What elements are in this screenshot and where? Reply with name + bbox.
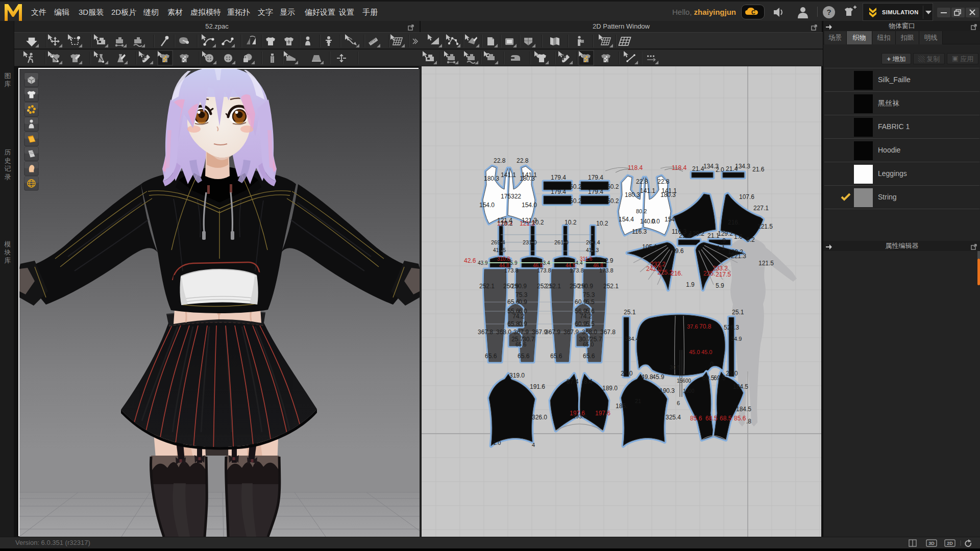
svg-text:41​9.3: 41​9.3 [586,247,599,253]
svg-text:190.3: 190.3 [659,387,675,394]
svg-text:368.0: 368.0 [496,329,511,336]
svg-text:22.8: 22.8 [517,157,529,164]
svg-text:367.9: 367.9 [545,329,560,336]
svg-text:70.8: 70.8 [699,323,712,330]
svg-text:1​000: 1​000 [683,388,695,394]
svg-text:65.8: 65.8 [507,320,520,328]
svg-text:3​19.0: 3​19.0 [509,372,525,379]
svg-text:191.6: 191.6 [530,383,545,390]
svg-text:269.4: 269.4 [586,239,600,245]
svg-text:180.3: 180.3 [625,191,640,198]
svg-text:179.4: 179.4 [551,188,566,195]
svg-text:225.: 225. [703,270,715,277]
svg-text:173.8: 173.8 [537,267,551,273]
svg-text:1.1: 1.1 [717,244,725,252]
svg-text:250.9: 250.9 [511,283,527,290]
svg-text:.9: .9 [721,237,726,244]
svg-text:121.5: 121.5 [758,260,774,267]
svg-text:30.5: 30.5 [670,364,680,370]
svg-text:179.4: 179.4 [588,188,603,195]
svg-text:1​80.3: 1​80.3 [660,191,676,198]
svg-text:118.4: 118.4 [672,164,687,171]
svg-text:22.8: 22.8 [636,178,648,185]
svg-text:75.3: 75.3 [583,291,595,298]
svg-text:25.1: 25.1 [732,309,744,316]
svg-text:8​.4: 8​.4 [584,378,593,385]
svg-text:4​15.5: 4​15.5 [493,247,506,253]
svg-text:217.5: 217.5 [716,271,731,278]
svg-text:367.9: 367.9 [564,329,579,336]
svg-text:141.1: 141.1 [501,171,516,179]
svg-text:.8: .8 [746,418,751,425]
svg-text:184.5: 184.5 [736,406,751,413]
svg-text:10.2: 10.2 [501,220,513,227]
svg-text:10.2: 10.2 [532,219,544,226]
svg-text:184.5: 184.5 [733,383,748,390]
svg-text:368.0: 368.0 [582,329,597,336]
svg-text:154.0: 154.0 [522,202,537,209]
svg-text:185.: 185. [616,403,627,410]
svg-text:173.8: 173.8 [570,267,584,273]
svg-text:1.0: 1.0 [493,440,501,446]
svg-text:87.4: 87.4 [567,378,579,385]
svg-text:50.2: 50.2 [570,183,582,190]
svg-text:154.4: 154.4 [619,216,634,223]
svg-text:45.0: 45.0 [689,349,700,355]
svg-text:65.6: 65.6 [550,353,562,360]
svg-text:42.6: 42.6 [464,257,476,264]
svg-text:2​1: 2​1 [635,398,641,404]
svg-text:118.4: 118.4 [628,164,643,171]
svg-text:50.2: 50.2 [607,197,619,205]
svg-text:367.9: 367.9 [513,329,529,336]
svg-text:49.8: 49.8 [641,373,653,381]
svg-text:34.9: 34.9 [731,336,742,342]
svg-text:216.: 216. [728,219,740,226]
svg-text:25.0: 25.0 [726,370,738,377]
svg-text:69.5: 69.5 [702,374,715,382]
svg-text:25.1: 25.1 [624,309,636,316]
svg-text:2​16.: 2​16. [671,270,682,277]
svg-text:0.9: 0.9 [519,298,527,306]
svg-text:74.2: 74.2 [580,313,592,320]
svg-text:0.0: 0.0 [651,218,660,225]
svg-text:22.8: 22.8 [657,178,670,185]
svg-text:2​61.0: 2​61.0 [554,239,569,245]
svg-text:173.8: 173.8 [504,267,519,273]
svg-text:129.2: 129.2 [718,230,733,237]
svg-text:50.2: 50.2 [607,183,619,190]
svg-text:60.9: 60.9 [575,298,587,306]
svg-text:60.9: 60.9 [575,320,587,328]
svg-text:180.3: 180.3 [484,175,499,182]
svg-text:179.4: 179.4 [588,174,603,181]
svg-text:42.9: 42.9 [601,257,614,264]
svg-text:22.8: 22.8 [494,157,506,164]
svg-text:45.9: 45.9 [652,373,665,381]
svg-text:526.3: 526.3 [724,324,739,331]
svg-text:197.6: 197.6 [595,410,610,417]
svg-text:367.8: 367.8 [478,329,493,336]
svg-text:3​34.4: 3​34.4 [625,336,639,342]
svg-text:5.5: 5.5 [586,320,595,328]
svg-text:65.6: 65.6 [507,298,520,306]
svg-text:65.6: 65.6 [516,341,526,347]
svg-text:2.0: 2.0 [716,166,724,173]
svg-text:85.6: 85.6 [690,415,702,422]
svg-text:252.1: 252.1 [479,283,495,290]
svg-text:8​0.2: 8​0.2 [636,208,647,214]
svg-text:4: 4 [532,442,535,448]
svg-text:179.4: 179.4 [551,174,566,181]
svg-text:4​5.0: 4​5.0 [701,349,712,355]
svg-text:3​7.6: 3​7.6 [687,323,698,330]
svg-text:1​29.2: 1​29.2 [728,248,743,256]
svg-text:326.0: 326.0 [532,414,547,421]
svg-text:2D: 2D [947,541,953,546]
svg-text:252.1: 252.1 [546,283,561,290]
svg-text:252.1: 252.1 [603,283,619,290]
svg-text:10.2: 10.2 [596,220,608,227]
svg-text:175​322: 175​322 [501,193,521,200]
svg-text:29.6: 29.6 [672,247,684,255]
svg-text:6.2: 6.2 [746,236,755,243]
svg-text:1.6: 1.6 [734,233,743,240]
svg-text:65.6: 65.6 [518,353,530,360]
svg-text:105.1: 105.1 [642,243,657,251]
